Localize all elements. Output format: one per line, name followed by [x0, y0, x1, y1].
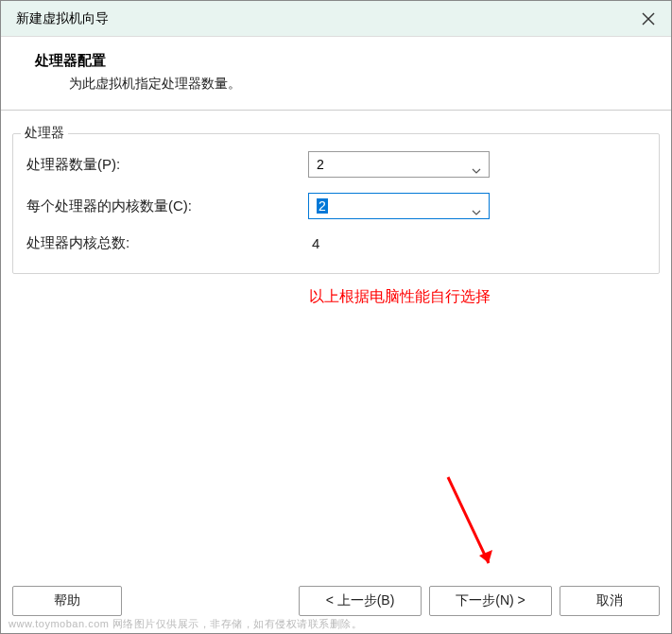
total-cores-row: 处理器内核总数: 4: [26, 234, 646, 252]
page-title: 处理器配置: [35, 52, 648, 70]
chevron-down-icon: [472, 162, 481, 167]
help-button[interactable]: 帮助: [12, 586, 122, 616]
svg-marker-3: [479, 550, 492, 563]
next-button[interactable]: 下一步(N) >: [429, 586, 552, 616]
total-cores-value: 4: [308, 235, 319, 251]
processor-fieldset: 处理器 处理器数量(P): 2 每个处理器的内核数量(C): 2: [12, 133, 660, 274]
annotation-text: 以上根据电脑性能自行选择: [309, 287, 660, 307]
content-area: 处理器 处理器数量(P): 2 每个处理器的内核数量(C): 2: [1, 111, 671, 307]
cores-per-processor-row: 每个处理器的内核数量(C): 2: [26, 193, 646, 219]
svg-line-2: [448, 477, 489, 563]
cores-per-processor-label: 每个处理器的内核数量(C):: [26, 197, 308, 215]
titlebar: 新建虚拟机向导: [1, 1, 671, 37]
cores-per-processor-select[interactable]: 2: [308, 193, 490, 219]
cancel-button[interactable]: 取消: [560, 586, 660, 616]
arrow-annotation-icon: [443, 472, 500, 576]
chevron-down-icon: [472, 203, 481, 209]
processor-count-label: 处理器数量(P):: [26, 156, 308, 174]
processor-count-value: 2: [317, 157, 324, 172]
total-cores-label: 处理器内核总数:: [26, 234, 308, 252]
page-subtitle: 为此虚拟机指定处理器数量。: [69, 76, 648, 93]
processor-count-row: 处理器数量(P): 2: [26, 151, 646, 178]
close-icon[interactable]: [637, 8, 660, 30]
cores-per-processor-value: 2: [317, 198, 328, 214]
button-bar: 帮助 < 上一步(B) 下一步(N) > 取消: [1, 586, 671, 616]
fieldset-legend: 处理器: [21, 125, 68, 142]
watermark-text: www.toymoban.com 网络图片仅供展示，非存储，如有侵权请联系删除。: [9, 617, 362, 631]
back-button[interactable]: < 上一步(B): [299, 586, 422, 616]
window-title: 新建虚拟机向导: [16, 10, 109, 27]
wizard-header: 处理器配置 为此虚拟机指定处理器数量。: [1, 37, 671, 111]
processor-count-select[interactable]: 2: [308, 151, 490, 178]
